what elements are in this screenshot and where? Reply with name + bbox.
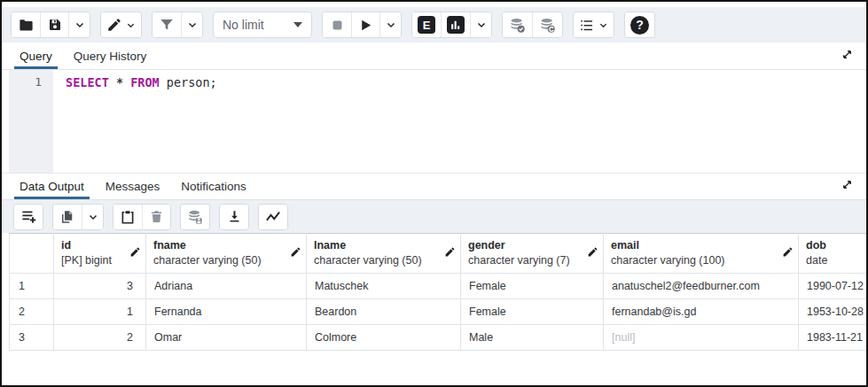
column-name: email bbox=[611, 238, 791, 253]
filter-options-button[interactable] bbox=[181, 12, 202, 37]
copy-options-button[interactable] bbox=[82, 205, 103, 229]
edit-pencil-icon[interactable] bbox=[129, 246, 141, 260]
cell-lname[interactable]: Beardon bbox=[307, 299, 461, 325]
transaction-button-group bbox=[502, 12, 563, 38]
line-graph-icon bbox=[264, 208, 282, 226]
delete-row-button[interactable] bbox=[142, 205, 170, 229]
cell-id[interactable]: 1 bbox=[54, 299, 146, 325]
chevron-down-icon bbox=[74, 19, 85, 30]
execute-options-button[interactable] bbox=[379, 12, 401, 37]
query-panel-expand-button[interactable] bbox=[838, 47, 856, 65]
tab-query-history[interactable]: Query History bbox=[63, 43, 158, 69]
macros-menu-button[interactable] bbox=[574, 12, 614, 37]
filter-button-group bbox=[152, 12, 203, 38]
sql-token-space bbox=[123, 75, 130, 89]
folder-icon bbox=[18, 17, 35, 34]
column-header-email[interactable]: email character varying (100) bbox=[604, 234, 799, 274]
sql-editor[interactable]: 1 SELECT * FROM person; bbox=[2, 70, 866, 173]
save-options-button[interactable] bbox=[68, 12, 90, 37]
save-data-group bbox=[180, 204, 210, 230]
cell-dob[interactable]: 1983-11-21 bbox=[799, 325, 867, 351]
row-number-cell[interactable]: 3 bbox=[10, 325, 54, 351]
chevron-down-icon bbox=[386, 19, 396, 30]
row-limit-select[interactable]: No limit bbox=[213, 12, 312, 38]
line-number: 1 bbox=[35, 75, 42, 89]
filter-button[interactable] bbox=[152, 12, 181, 37]
sql-token-keyword: FROM bbox=[130, 75, 160, 89]
save-button[interactable] bbox=[40, 12, 68, 37]
cell-id[interactable]: 2 bbox=[54, 325, 146, 351]
rollback-button[interactable] bbox=[532, 12, 562, 37]
cell-gender[interactable]: Female bbox=[461, 274, 604, 299]
row-number-cell[interactable]: 2 bbox=[10, 299, 54, 325]
grid-header-row: id [PK] bigint fname character varying (… bbox=[10, 234, 867, 274]
download-group bbox=[219, 204, 249, 230]
column-header-id[interactable]: id [PK] bigint bbox=[54, 234, 146, 274]
column-header-gender[interactable]: gender character varying (7) bbox=[461, 234, 604, 274]
cell-fname[interactable]: Fernanda bbox=[146, 299, 307, 325]
sql-code-line[interactable]: SELECT * FROM person; bbox=[53, 70, 866, 173]
cell-fname[interactable]: Adriana bbox=[146, 274, 307, 299]
tab-messages[interactable]: Messages bbox=[95, 174, 171, 199]
open-file-button[interactable] bbox=[12, 12, 40, 37]
save-database-icon bbox=[186, 208, 204, 226]
explain-options-button[interactable] bbox=[470, 12, 491, 37]
commit-button[interactable] bbox=[503, 12, 532, 37]
save-data-changes-button[interactable] bbox=[181, 205, 209, 229]
column-header-lname[interactable]: lname character varying (50) bbox=[307, 234, 461, 274]
cell-email[interactable]: anatuschel2@feedburner.com bbox=[604, 274, 799, 299]
cell-dob[interactable]: 1953-10-28 bbox=[799, 299, 867, 325]
tab-notifications-label: Notifications bbox=[181, 180, 246, 193]
column-type: [PK] bigint bbox=[61, 253, 138, 268]
tab-data-output[interactable]: Data Output bbox=[9, 174, 95, 199]
table-row: 1 3 Adriana Matuschek Female anatuschel2… bbox=[10, 274, 867, 299]
edit-pencil-icon[interactable] bbox=[782, 246, 794, 260]
cell-gender[interactable]: Female bbox=[461, 299, 604, 325]
download-results-button[interactable] bbox=[220, 205, 248, 229]
paste-button[interactable] bbox=[113, 205, 142, 229]
edit-pencil-icon[interactable] bbox=[587, 246, 598, 260]
column-name: fname bbox=[153, 238, 299, 253]
explain-icon: E bbox=[418, 16, 435, 34]
expand-diagonal-icon bbox=[841, 178, 854, 195]
stop-icon bbox=[330, 18, 345, 33]
add-row-button[interactable] bbox=[14, 205, 43, 229]
cell-dob[interactable]: 1990-07-12 bbox=[799, 274, 867, 299]
stop-button[interactable] bbox=[323, 12, 351, 37]
copy-button[interactable] bbox=[53, 205, 82, 229]
table-row: 3 2 Omar Colmore Male [null] 1983-11-21 bbox=[10, 325, 867, 351]
tab-messages-label: Messages bbox=[106, 180, 160, 193]
cell-fname[interactable]: Omar bbox=[146, 325, 307, 351]
output-panel-expand-button[interactable] bbox=[838, 178, 856, 196]
cell-email[interactable]: fernandab@is.gd bbox=[604, 299, 799, 325]
graph-visualiser-button[interactable] bbox=[259, 205, 287, 229]
column-type: character varying (50) bbox=[153, 253, 299, 268]
edit-menu-button[interactable] bbox=[101, 12, 141, 37]
cell-gender[interactable]: Male bbox=[461, 325, 604, 351]
edit-pencil-icon[interactable] bbox=[444, 246, 456, 260]
chevron-down-icon bbox=[476, 19, 487, 30]
cell-lname[interactable]: Matuschek bbox=[307, 274, 461, 299]
column-header-fname[interactable]: fname character varying (50) bbox=[146, 234, 307, 274]
edit-pencil-icon[interactable] bbox=[290, 246, 301, 260]
cell-lname[interactable]: Colmore bbox=[307, 325, 461, 351]
help-button-group: ? bbox=[624, 12, 655, 38]
tab-query-label: Query bbox=[20, 50, 52, 63]
help-button[interactable]: ? bbox=[625, 12, 654, 37]
cell-id[interactable]: 3 bbox=[54, 274, 146, 299]
column-header-dob[interactable]: dob date bbox=[799, 234, 867, 274]
execute-button[interactable] bbox=[351, 12, 379, 37]
tab-notifications[interactable]: Notifications bbox=[170, 174, 257, 199]
explain-analyze-button[interactable] bbox=[441, 12, 470, 37]
tab-query[interactable]: Query bbox=[9, 43, 63, 69]
explain-analyze-icon bbox=[447, 16, 465, 34]
explain-button[interactable]: E bbox=[412, 12, 441, 37]
cell-email-null[interactable]: [null] bbox=[604, 325, 799, 351]
chevron-down-icon bbox=[126, 20, 136, 30]
row-number-cell[interactable]: 1 bbox=[10, 274, 54, 299]
edit-button-group bbox=[100, 12, 142, 38]
data-output-grid: id [PK] bigint fname character varying (… bbox=[9, 233, 866, 351]
select-all-corner[interactable] bbox=[10, 234, 54, 274]
sql-token-identifier: person; bbox=[160, 75, 217, 89]
column-type: character varying (7) bbox=[468, 253, 596, 268]
